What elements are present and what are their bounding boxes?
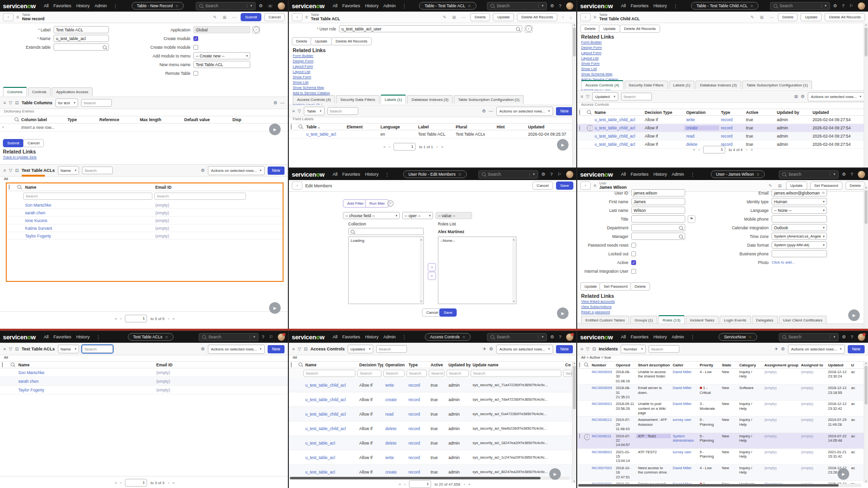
incident-row[interactable]: i INC0009009 2018-08-30 01:06:16 Unable … bbox=[577, 369, 865, 385]
last-name-input[interactable]: Wilson bbox=[631, 207, 685, 214]
first-page-icon[interactable]: « bbox=[115, 317, 117, 321]
context-menu-icon[interactable]: ≡ bbox=[594, 14, 597, 20]
actions-dropdown[interactable]: Actions on selected rows...▾ bbox=[496, 345, 553, 354]
nav-menu-item[interactable]: All bbox=[621, 172, 626, 177]
nav-menu-item[interactable]: All bbox=[44, 335, 49, 339]
filter-icon[interactable]: ▽ bbox=[298, 347, 301, 351]
incident-number-link[interactable]: INC0009009 bbox=[590, 370, 614, 374]
caller-link[interactable]: survey user bbox=[671, 418, 698, 422]
incident-number-link[interactable]: INC0008111 bbox=[590, 434, 614, 438]
chat-icon[interactable]: ⊡ bbox=[15, 168, 19, 173]
nav-menu-item[interactable]: Admin bbox=[383, 335, 396, 339]
chat-icon[interactable]: ⊡ bbox=[592, 347, 596, 351]
delete-all-button[interactable]: Delete All Records bbox=[517, 13, 557, 21]
cancel-button-bottom[interactable]: Cancel bbox=[23, 139, 44, 147]
filter-icon[interactable]: ▽ bbox=[586, 347, 589, 351]
first-page-icon[interactable]: « bbox=[399, 482, 401, 487]
list-search-input[interactable]: Search bbox=[376, 345, 407, 353]
list-filter-select[interactable]: Table▾ bbox=[304, 107, 324, 115]
nav-menu-item[interactable]: Favorites bbox=[631, 172, 649, 177]
collapse-icon[interactable]: — bbox=[489, 109, 493, 113]
actions-dropdown[interactable]: Actions on selected rows...▾ bbox=[496, 107, 553, 116]
new-button[interactable]: New bbox=[848, 345, 865, 353]
gear-icon[interactable]: ⚙ bbox=[550, 3, 554, 8]
vertical-scrollbar[interactable]: ▲ bbox=[864, 23, 868, 167]
incident-number-link[interactable]: INC0009001 bbox=[590, 402, 614, 406]
name-link[interactable]: Son Marschke bbox=[23, 203, 153, 208]
nav-menu-item[interactable]: Favorites bbox=[342, 172, 360, 177]
envelope-icon[interactable]: ✉ bbox=[822, 191, 825, 195]
collection-listbox[interactable]: Loading ▲▼ bbox=[348, 237, 424, 304]
row-checkbox[interactable] bbox=[579, 125, 580, 131]
delete-button[interactable]: Delete bbox=[778, 13, 798, 21]
more-menu-icon[interactable]: ⋮ bbox=[96, 335, 101, 340]
prev-page-icon[interactable]: ‹ bbox=[120, 317, 122, 321]
notification-icon[interactable]: ⚐ bbox=[849, 3, 853, 8]
date-format-select[interactable]: System (yyyy-MM-dd)▾ bbox=[772, 241, 827, 249]
list-menu-icon[interactable]: ≡ bbox=[581, 94, 583, 99]
acl-name-link[interactable]: u_test_table_child_acl bbox=[593, 117, 643, 122]
nav-menu-item[interactable]: History bbox=[365, 172, 379, 177]
list-search-input[interactable]: Search bbox=[82, 167, 113, 174]
page-title-pill[interactable]: Access Controls☆ bbox=[425, 333, 471, 341]
breadcrumb[interactable]: All bbox=[0, 355, 12, 360]
name-link[interactable]: sarah chen bbox=[16, 379, 154, 384]
last-page-icon[interactable]: » bbox=[173, 481, 175, 485]
prev-page-icon[interactable]: ‹ bbox=[389, 145, 390, 149]
favorite-star-icon[interactable]: ☆ bbox=[175, 4, 178, 8]
back-button[interactable]: ‹ bbox=[580, 13, 591, 21]
nav-menu-item[interactable]: Favorites bbox=[342, 3, 360, 8]
related-link[interactable]: Layout Form bbox=[581, 51, 618, 55]
page-input[interactable]: 1 bbox=[409, 480, 431, 488]
nav-menu-item[interactable]: History bbox=[76, 335, 90, 339]
delete-all-button[interactable]: Delete All Records bbox=[825, 13, 865, 21]
chat-icon[interactable]: ⊡ bbox=[15, 100, 19, 105]
back-button[interactable]: ‹ bbox=[580, 181, 591, 190]
nav-menu-item[interactable]: All bbox=[621, 335, 626, 339]
related-link[interactable]: Form Builder bbox=[293, 54, 330, 58]
breadcrumb[interactable]: All bbox=[289, 355, 301, 360]
more-options-icon[interactable]: ⋯ bbox=[232, 15, 236, 20]
move-left-button[interactable]: < bbox=[428, 272, 436, 280]
caller-link[interactable]: System Administrator bbox=[671, 434, 698, 443]
avatar[interactable] bbox=[858, 2, 865, 10]
actions-dropdown[interactable]: Actions on selected rows...▾ bbox=[208, 166, 265, 175]
create-mobile-module-checkbox[interactable] bbox=[193, 45, 198, 50]
incident-row[interactable]: i INC0007002 2018-10-16 22:47:51 Need ac… bbox=[577, 465, 865, 481]
first-page-icon[interactable]: « bbox=[115, 481, 117, 485]
caller-link[interactable]: David Miller bbox=[671, 466, 698, 470]
select-all-checkbox[interactable] bbox=[2, 362, 3, 367]
actions-dropdown[interactable]: Actions on selected rows...▾ bbox=[208, 345, 265, 354]
favorite-star-icon[interactable]: ☆ bbox=[468, 4, 471, 8]
back-button[interactable]: ‹ bbox=[3, 13, 14, 21]
nav-menu-item[interactable]: Favorites bbox=[342, 335, 360, 339]
last-page-icon[interactable]: » bbox=[751, 148, 753, 152]
user-id-input[interactable]: james.wilson bbox=[631, 189, 685, 196]
filter-input[interactable]: Search bbox=[447, 370, 469, 377]
filter-input[interactable]: Search bbox=[471, 370, 561, 377]
table-row[interactable]: i u_test_table_child_acl Allow If write … bbox=[577, 116, 865, 124]
search-icon[interactable] bbox=[298, 125, 302, 128]
listbox-scrollbar[interactable]: ▲▼ bbox=[420, 237, 423, 303]
help-fab[interactable]: ▶ bbox=[848, 309, 860, 321]
chat-icon[interactable]: ⊡ bbox=[15, 347, 19, 351]
filter-icon[interactable]: ▽ bbox=[9, 347, 12, 351]
update-button-bottom[interactable]: Update bbox=[311, 37, 332, 45]
attachment-icon[interactable]: ✎ bbox=[443, 15, 447, 20]
favorite-star-icon[interactable]: ☆ bbox=[462, 335, 465, 339]
name-link[interactable]: Taylor Fogerty bbox=[16, 388, 154, 392]
list-search-input[interactable]: Search bbox=[649, 345, 679, 353]
search-icon[interactable] bbox=[298, 363, 302, 366]
global-search-input[interactable]: Search▾ bbox=[196, 2, 256, 10]
language-select[interactable]: -- None --▾ bbox=[772, 207, 827, 214]
collapse-icon[interactable]: — bbox=[280, 100, 285, 105]
select-all-checkbox[interactable] bbox=[291, 362, 292, 367]
nav-menu-item[interactable]: History bbox=[76, 3, 90, 8]
nav-menu-item[interactable]: All bbox=[44, 3, 49, 8]
incident-row[interactable]: i INC0009001 2018-09-11 20:56:26 Unable … bbox=[577, 401, 865, 417]
list-search-input[interactable]: Search bbox=[82, 345, 113, 353]
vertical-scrollbar[interactable]: ▲ bbox=[572, 23, 576, 167]
help-fab[interactable]: ▶ bbox=[557, 307, 569, 319]
cancel-button[interactable]: Cancel bbox=[264, 13, 285, 21]
list-filter-select[interactable]: Updated▾ bbox=[592, 92, 618, 101]
